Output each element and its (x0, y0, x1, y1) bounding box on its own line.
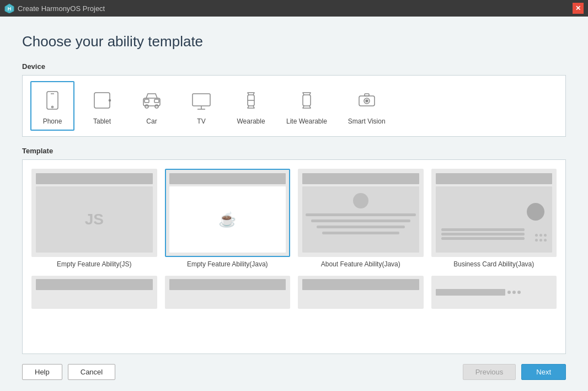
dot-row2 (535, 239, 547, 242)
svg-rect-12 (154, 99, 159, 103)
template-empty-js-label: Empty Feature Ability(JS) (57, 260, 131, 268)
previous-button[interactable]: Previous (463, 364, 516, 380)
preview-header (36, 279, 153, 290)
preview-body: ☕ (169, 186, 286, 253)
preview-header (302, 279, 419, 290)
device-item-wearable[interactable]: Wearable (229, 81, 273, 131)
car-icon (138, 87, 165, 114)
svg-rect-5 (94, 93, 110, 108)
device-item-tablet[interactable]: Tablet (80, 81, 124, 131)
preview-bc-line1 (441, 228, 525, 231)
template-business-java-label: Business Card Ability(Java) (453, 260, 534, 268)
preview-body: JS (36, 186, 153, 253)
device-lite-wearable-label: Lite Wearable (286, 117, 327, 125)
preview-header (36, 173, 153, 184)
device-car-label: Car (146, 117, 157, 125)
template-item-empty-js[interactable]: JS Empty Feature Ability(JS) (31, 169, 157, 268)
preview-circle (353, 193, 368, 208)
preview-line2 (311, 219, 410, 222)
preview-bc-lines (441, 227, 525, 242)
svg-rect-34 (365, 94, 369, 96)
template-item-empty-java[interactable]: ☕ Empty Feature Ability(Java) (165, 169, 291, 268)
template-preview-partial-1 (31, 276, 157, 309)
svg-point-33 (366, 100, 368, 102)
device-item-phone[interactable]: Phone (30, 81, 74, 131)
page-title: Choose your ability template (22, 33, 566, 50)
tablet-icon (88, 87, 116, 114)
help-button[interactable]: Help (22, 364, 62, 380)
template-item-partial-2[interactable] (165, 276, 291, 309)
device-section: Device Phone Tablet (22, 62, 566, 137)
template-preview-partial-3 (298, 276, 424, 309)
template-label: Template (22, 147, 566, 155)
preview-bc-line2 (441, 233, 525, 235)
template-item-partial-4[interactable] (431, 276, 557, 309)
preview-bc-dots (535, 234, 547, 242)
phone-icon (39, 87, 66, 114)
preview-header (169, 279, 286, 290)
preview-line1 (306, 213, 416, 216)
device-item-smart-vision[interactable]: Smart Vision (340, 81, 393, 131)
smart-vision-icon (353, 87, 381, 114)
template-preview-empty-js: JS (31, 169, 157, 257)
template-preview-about-java (298, 169, 424, 257)
device-item-lite-wearable[interactable]: Lite Wearable (279, 81, 335, 131)
device-smart-vision-label: Smart Vision (348, 117, 386, 125)
footer-right: Previous Next (463, 364, 566, 380)
dialog-content: Choose your ability template Device Phon… (0, 17, 588, 391)
next-button[interactable]: Next (521, 364, 566, 380)
svg-rect-11 (145, 99, 149, 103)
device-wearable-label: Wearable (237, 117, 265, 125)
preview-line3 (317, 226, 405, 228)
device-tablet-label: Tablet (93, 117, 111, 125)
template-about-java-label: About Feature Ability(Java) (321, 260, 400, 268)
template-preview-partial-2 (165, 276, 291, 309)
template-section: Template JS Empty Feature Ability(JS) (22, 147, 566, 354)
device-tv-label: TV (197, 117, 205, 125)
template-item-partial-1[interactable] (31, 276, 157, 309)
template-container: JS Empty Feature Ability(JS) ☕ Empty Fea… (22, 159, 566, 354)
svg-point-9 (145, 105, 148, 108)
dot-row1 (535, 234, 547, 237)
preview-bc-line3 (441, 237, 525, 240)
window-title: Create HarmonyOS Project (18, 4, 105, 13)
template-preview-empty-java: ☕ (165, 169, 291, 257)
app-icon: H (4, 3, 14, 13)
preview-line4 (322, 232, 399, 234)
js-badge: JS (85, 211, 104, 228)
template-item-partial-3[interactable] (298, 276, 424, 309)
svg-point-6 (109, 100, 111, 101)
device-item-tv[interactable]: TV (179, 81, 223, 131)
template-item-business-java[interactable]: Business Card Ability(Java) (431, 169, 557, 268)
preview-dots-row (507, 291, 521, 294)
coffee-badge: ☕ (218, 211, 236, 228)
template-preview-partial-4 (431, 276, 557, 309)
tv-icon (188, 87, 215, 114)
preview-header (436, 289, 506, 296)
device-phone-label: Phone (43, 117, 62, 125)
lite-wearable-icon (293, 87, 320, 114)
template-item-about-java[interactable]: About Feature Ability(Java) (298, 169, 424, 268)
svg-rect-13 (193, 94, 210, 106)
device-item-car[interactable]: Car (130, 81, 174, 131)
preview-bc-circle (527, 203, 544, 221)
footer-left: Help Cancel (22, 364, 115, 380)
device-label: Device (22, 62, 566, 71)
template-empty-java-label: Empty Feature Ability(Java) (187, 260, 268, 268)
device-grid: Phone Tablet (22, 75, 566, 137)
svg-point-4 (52, 106, 54, 108)
svg-text:H: H (8, 6, 12, 12)
title-bar: H Create HarmonyOS Project ✕ (0, 0, 588, 17)
template-grid: JS Empty Feature Ability(JS) ☕ Empty Fea… (31, 169, 557, 309)
footer: Help Cancel Previous Next (22, 354, 566, 380)
preview-about-body (302, 186, 419, 253)
preview-business-body (436, 186, 553, 253)
cancel-button[interactable]: Cancel (68, 364, 115, 380)
svg-rect-24 (303, 95, 311, 106)
title-bar-left: H Create HarmonyOS Project (4, 3, 105, 13)
svg-point-10 (155, 105, 158, 108)
preview-header (302, 173, 419, 184)
template-preview-business-java (431, 169, 557, 257)
close-button[interactable]: ✕ (573, 3, 584, 14)
wearable-icon (237, 87, 265, 114)
